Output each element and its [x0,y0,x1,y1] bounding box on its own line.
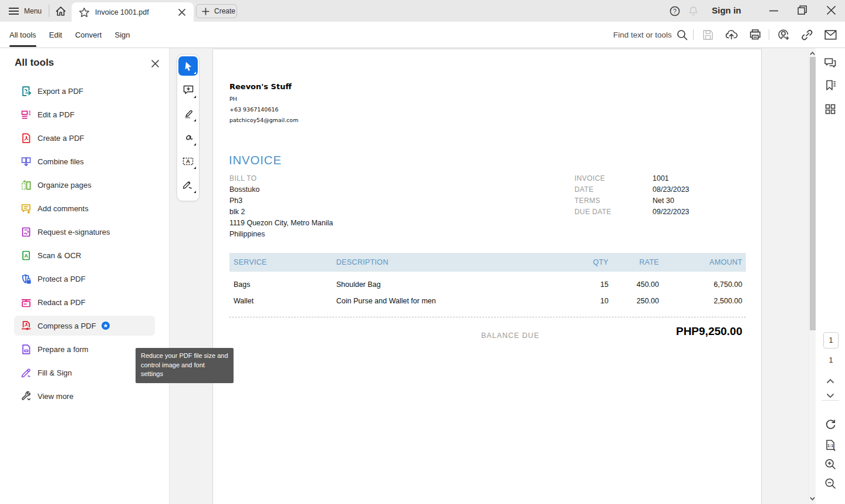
all-tools-title: All tools [15,57,54,69]
tool-list: Export a PDF Edit a PDF Create a PDF [14,79,155,408]
sidebar-item-organize-pages[interactable]: Organize pages [14,173,155,197]
invoice-meta-label: INVOICE [574,174,605,182]
tab-sign[interactable]: Sign [114,22,130,48]
organize-pages-icon [21,180,32,191]
home-button[interactable] [53,4,67,18]
sidebar-item-export-pdf[interactable]: Export a PDF [14,79,155,103]
favorite-star-icon[interactable] [79,7,90,18]
request-signature-button[interactable] [778,28,790,41]
create-pdf-icon [21,133,32,144]
sidebar-item-edit-pdf[interactable]: Edit a PDF [14,103,155,126]
tab-title: Invoice 1001.pdf [95,8,176,16]
balance-due-amount: PHP9,250.00 [566,325,742,338]
sidebar-item-redact-pdf[interactable]: Redact a PDF [14,290,155,314]
create-button[interactable]: Create [196,4,237,18]
previous-page-button[interactable] [824,374,837,387]
all-tools-close-button[interactable] [149,57,161,69]
tab-edit[interactable]: Edit [49,22,62,48]
column-header-amount: AMOUNT [709,258,742,266]
print-button[interactable] [749,28,762,41]
pdf-page[interactable]: Reevon's Stuff PH +63 9367140616 patchic… [212,49,762,504]
sidebar-item-label: Protect a PDF [38,275,86,283]
window-minimize-button[interactable] [769,6,779,16]
rotate-page-button[interactable] [824,417,837,430]
sidebar-item-request-esignatures[interactable]: Request e-signatures [14,220,155,243]
save-icon [702,29,714,40]
sidebar-item-add-comments[interactable]: Add comments [14,197,155,220]
cursor-icon [183,61,193,72]
scroll-up-icon[interactable] [810,51,815,56]
scroll-down-icon[interactable] [810,496,815,501]
select-tool-button[interactable] [178,56,198,76]
notifications-button[interactable] [688,6,698,16]
bill-to-label: BILL TO [229,174,257,182]
envelope-icon [824,30,837,40]
sidebar-item-view-more[interactable]: View more [14,384,155,408]
sidebar-item-label: Scan & OCR [38,251,81,260]
tab-convert[interactable]: Convert [75,22,102,48]
sign-in-button[interactable]: Sign in [712,5,741,15]
save-button[interactable] [701,28,714,41]
zoom-in-button[interactable] [824,458,837,471]
balance-due-label: BALANCE DUE [481,332,539,340]
sidebar-item-label: View more [38,392,73,401]
vertical-scrollbar[interactable] [808,48,816,504]
page-thumbnails-button[interactable] [824,103,837,116]
scrollbar-thumb[interactable] [810,57,816,330]
draw-tool-button[interactable] [178,128,198,147]
combine-files-icon [21,156,32,167]
tab-close-button[interactable] [176,6,188,18]
toolbar-separator [693,29,694,40]
zoom-fit-button[interactable]: 1:1 [824,438,837,451]
sidebar-item-create-pdf[interactable]: Create a PDF [14,126,155,150]
bill-to-line: blk 2 [229,208,245,216]
invoice-table-header: SERVICE DESCRIPTION QTY RATE AMOUNT [229,253,746,272]
tab-all-tools[interactable]: All tools [9,22,36,48]
help-button[interactable]: ? [670,6,680,16]
sidebar-item-fill-sign[interactable]: Fill & Sign [14,361,155,384]
sidebar-item-protect-pdf[interactable]: Protect a PDF [14,267,155,290]
zoom-out-icon [824,478,836,489]
compress-pdf-icon [21,320,32,332]
create-label: Create [214,7,235,15]
sidebar-item-compress-pdf[interactable]: Compress a PDF [14,316,155,336]
invoice-meta-value: Net 30 [653,197,674,205]
document-canvas: A Reevon's Stuff PH +63 9367140616 patch… [170,48,816,504]
add-text-tool-button[interactable]: A [178,151,198,171]
mode-tabs: All tools Edit Convert Sign [9,22,143,48]
bill-to-line: 1119 Quezon City, Metro Manila [229,219,333,227]
toolbar: All tools Edit Convert Sign Find text or… [0,22,845,48]
home-icon [55,6,66,16]
zoom-out-button[interactable] [824,477,837,490]
share-upload-button[interactable] [725,28,738,41]
document-tab[interactable]: Invoice 1001.pdf [72,2,194,22]
draw-icon [182,131,194,143]
window-close-button[interactable] [826,5,836,15]
search-icon [677,29,688,40]
scan-ocr-icon: A [21,250,32,261]
all-tools-panel: All tools Export a PDF Edit a PDF [0,48,170,504]
comments-panel-button[interactable] [824,56,837,69]
invoice-meta-label: DATE [574,185,594,194]
sidebar-item-scan-ocr[interactable]: A Scan & OCR [14,243,155,267]
page-number-input[interactable]: 1 [823,332,839,349]
sidebar-item-prepare-form[interactable]: Prepare a form [14,337,155,361]
fill-sign-icon [21,367,32,378]
comments-icon [824,57,837,69]
quick-tools-bar: A [177,54,200,201]
email-button[interactable] [824,28,837,41]
find-text-button[interactable]: Find text or tools [613,28,688,41]
sign-tool-button[interactable] [178,175,198,195]
highlight-tool-button[interactable] [178,104,198,123]
invoice-meta-label: TERMS [574,197,600,205]
close-icon [178,9,185,16]
menu-button[interactable]: Menu [9,0,42,22]
cloud-upload-icon [725,29,738,40]
invoice-company-phone: +63 9367140616 [229,106,279,113]
add-comment-tool-button[interactable] [178,80,198,100]
window-restore-button[interactable] [797,5,807,15]
cell-amount: 2,500.00 [684,297,742,305]
share-link-button[interactable] [800,28,813,41]
sidebar-item-combine-files[interactable]: Combine files [14,150,155,173]
bookmarks-panel-button[interactable] [824,79,837,92]
